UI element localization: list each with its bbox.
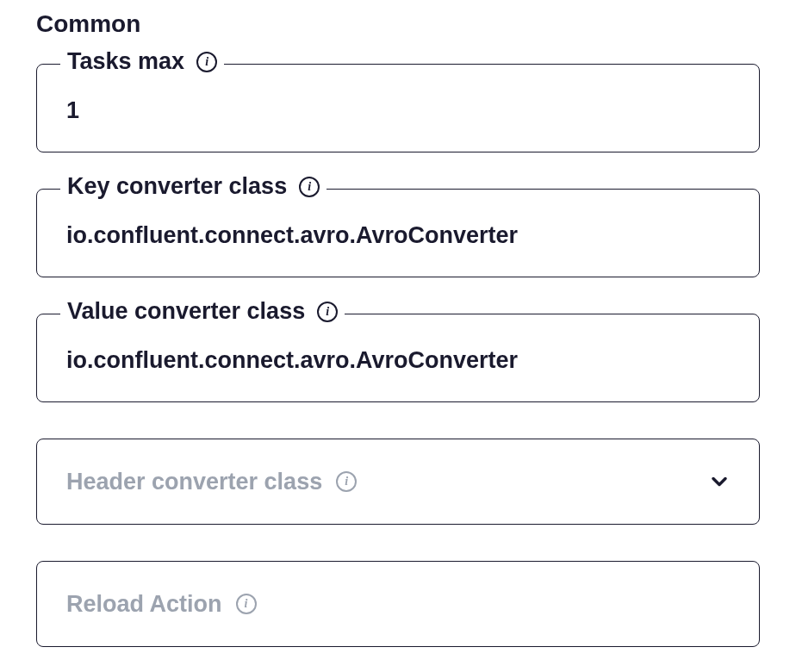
field-box-key-converter bbox=[36, 189, 760, 277]
label-value-converter: Value converter class bbox=[67, 298, 305, 325]
value-converter-input[interactable] bbox=[66, 347, 730, 374]
chevron-down-icon bbox=[707, 470, 731, 494]
label-tasks-max: Tasks max bbox=[67, 48, 184, 75]
info-icon[interactable]: i bbox=[196, 52, 217, 72]
info-icon[interactable]: i bbox=[236, 594, 257, 614]
field-tasks-max: Tasks max i bbox=[36, 64, 760, 152]
field-legend-key-converter: Key converter class i bbox=[60, 173, 326, 200]
label-header-converter: Header converter class bbox=[66, 469, 322, 495]
label-key-converter: Key converter class bbox=[67, 173, 287, 200]
info-icon[interactable]: i bbox=[336, 471, 357, 492]
placeholder-header-converter: Header converter class i bbox=[66, 469, 730, 495]
field-box-value-converter bbox=[36, 314, 760, 402]
placeholder-reload-action: Reload Action i bbox=[66, 591, 730, 618]
tasks-max-input[interactable] bbox=[66, 97, 730, 124]
field-key-converter: Key converter class i bbox=[36, 189, 760, 277]
info-icon[interactable]: i bbox=[299, 177, 320, 197]
label-reload-action: Reload Action bbox=[66, 591, 222, 618]
info-icon[interactable]: i bbox=[317, 302, 338, 322]
field-legend-tasks-max: Tasks max i bbox=[60, 48, 224, 75]
header-converter-select[interactable]: Header converter class i bbox=[36, 439, 760, 525]
section-title-common: Common bbox=[36, 10, 760, 38]
field-header-converter: Header converter class i bbox=[36, 439, 760, 525]
field-value-converter: Value converter class i bbox=[36, 314, 760, 402]
reload-action-input-box[interactable]: Reload Action i bbox=[36, 561, 760, 647]
field-box-tasks-max bbox=[36, 64, 760, 152]
field-reload-action: Reload Action i bbox=[36, 561, 760, 647]
field-legend-value-converter: Value converter class i bbox=[60, 298, 345, 325]
key-converter-input[interactable] bbox=[66, 222, 730, 249]
